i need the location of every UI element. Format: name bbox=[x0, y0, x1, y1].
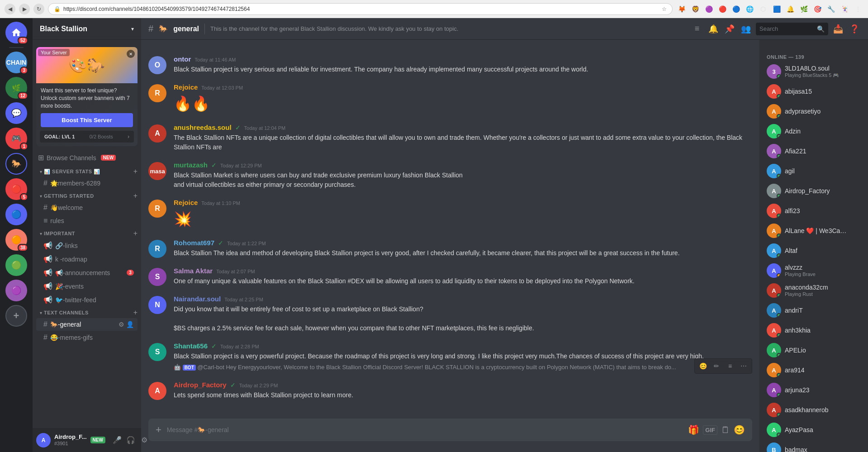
category-add-gs[interactable]: + bbox=[133, 192, 138, 200]
member-item[interactable]: A abijasa15 bbox=[763, 81, 864, 101]
ext-10[interactable]: 🌿 bbox=[798, 4, 809, 14]
server-icon-9[interactable]: 🟢 bbox=[5, 254, 27, 276]
more-button[interactable]: ⋯ bbox=[737, 360, 750, 372]
message-author[interactable]: anushreedas.soul bbox=[174, 124, 232, 131]
member-item[interactable]: A Altaf bbox=[763, 241, 864, 261]
member-item[interactable]: A Airdrop_Factory bbox=[763, 181, 864, 201]
category-add-button[interactable]: + bbox=[133, 167, 138, 176]
back-button[interactable]: ◀ bbox=[5, 4, 15, 14]
ext-13[interactable]: 🃏 bbox=[839, 4, 850, 14]
thread-button[interactable]: ≡ bbox=[724, 360, 736, 372]
message-author[interactable]: ontor bbox=[174, 55, 191, 63]
channel-members[interactable]: # 🌟members-6289 bbox=[36, 177, 138, 190]
sticker-button[interactable]: 🗒 bbox=[721, 425, 730, 435]
help-button[interactable]: ❓ bbox=[848, 23, 861, 35]
channel-memes[interactable]: # 😂-memes-gifs bbox=[36, 331, 138, 344]
mute-button[interactable]: 🎤 bbox=[111, 434, 123, 447]
ext-9[interactable]: 🔔 bbox=[785, 4, 796, 14]
gift-button[interactable]: 🎁 bbox=[688, 424, 699, 435]
channel-search[interactable]: Search 🔍 bbox=[756, 23, 828, 35]
forward-button[interactable]: ▶ bbox=[19, 4, 30, 14]
message-author[interactable]: Rejoice bbox=[174, 83, 198, 91]
member-item[interactable]: A Afia221 bbox=[763, 141, 864, 161]
ext-1[interactable]: 🦊 bbox=[676, 4, 687, 14]
boost-button[interactable]: Boost This Server bbox=[41, 113, 133, 127]
edit-button[interactable]: ✏ bbox=[710, 360, 723, 372]
boost-close-button[interactable]: ✕ bbox=[127, 50, 135, 58]
channel-welcome[interactable]: # 👋welcome bbox=[36, 201, 138, 214]
channel-add-member-icon[interactable]: 👤 bbox=[126, 321, 134, 328]
server-icon-2[interactable]: 🌿 12 bbox=[5, 77, 27, 99]
member-item[interactable]: A anh3khia bbox=[763, 320, 864, 340]
member-item[interactable]: A arjuna23 bbox=[763, 380, 864, 400]
channel-general[interactable]: # 🐎-general ⚙ 👤 bbox=[36, 318, 138, 331]
server-icon-3[interactable]: 💬 bbox=[5, 102, 27, 124]
member-item[interactable]: A APELio bbox=[763, 340, 864, 360]
pin-button[interactable]: 📌 bbox=[723, 23, 736, 35]
member-item[interactable]: A andriT bbox=[763, 300, 864, 320]
category-server-stats[interactable]: ▾ 📊 SERVER STATS 📊 + bbox=[33, 166, 141, 176]
member-item[interactable]: A alvzzz Playing Brave bbox=[763, 261, 864, 281]
members-list-button[interactable]: 👥 bbox=[740, 23, 752, 35]
inbox-button[interactable]: 📥 bbox=[832, 23, 844, 35]
channel-rules[interactable]: ≡ rules bbox=[36, 214, 138, 227]
member-item[interactable]: A alfi23 bbox=[763, 201, 864, 221]
channel-links[interactable]: 📢 🔗-links bbox=[36, 239, 138, 252]
message-author[interactable]: Shanta656 bbox=[174, 342, 208, 350]
member-item[interactable]: A agil bbox=[763, 161, 864, 181]
member-item[interactable]: A ara914 bbox=[763, 360, 864, 380]
server-icon-5[interactable]: 🐎 bbox=[5, 153, 27, 175]
member-item[interactable]: A anaconda32cm Playing Rust bbox=[763, 281, 864, 300]
channel-settings-icon[interactable]: ⚙ bbox=[119, 321, 124, 328]
react-button[interactable]: 😊 bbox=[697, 360, 709, 372]
message-author[interactable]: murtazash bbox=[174, 161, 208, 169]
category-text-channels[interactable]: ▾ TEXT CHANNELS + bbox=[33, 307, 141, 318]
member-item[interactable]: A AyazPasa bbox=[763, 420, 864, 440]
server-icon-11[interactable]: + bbox=[5, 305, 27, 327]
member-item[interactable]: A asadkhannerob bbox=[763, 400, 864, 420]
server-icon-10[interactable]: 🟣 bbox=[5, 280, 27, 301]
message-input[interactable] bbox=[167, 421, 683, 438]
attach-button[interactable]: + bbox=[156, 419, 161, 441]
member-item[interactable]: A adyprasetiyo bbox=[763, 101, 864, 121]
channel-events[interactable]: 📢 🎉-events bbox=[36, 280, 138, 293]
threads-button[interactable]: ≡ bbox=[691, 23, 703, 35]
ext-2[interactable]: 🦁 bbox=[690, 4, 701, 14]
category-important[interactable]: ▾ IMPORTANT + bbox=[33, 228, 141, 238]
server-header[interactable]: Black Stallion ▾ bbox=[33, 18, 141, 40]
ext-11[interactable]: 🎯 bbox=[812, 4, 823, 14]
server-icon-8[interactable]: 🟠 38 bbox=[5, 229, 27, 251]
member-item[interactable]: 3 3LD1A8LO.soul Playing BlueStacks 5 🎮 bbox=[763, 62, 864, 81]
url-bar[interactable]: 🔒 https://discord.com/channels/104861020… bbox=[48, 3, 673, 15]
refresh-button[interactable]: ↻ bbox=[33, 4, 44, 14]
channel-announcements[interactable]: 📢 📢-announcements 3 bbox=[36, 266, 138, 279]
server-icon-1[interactable]: CHAIN 3 bbox=[5, 52, 27, 73]
server-icon-7[interactable]: 🔵 bbox=[5, 204, 27, 225]
message-author[interactable]: Salma Aktar bbox=[174, 267, 213, 275]
server-icon-6[interactable]: 🔴 5 bbox=[5, 178, 27, 200]
channel-roadmap[interactable]: 📢 k -roadmap bbox=[36, 252, 138, 266]
ext-8[interactable]: 🟦 bbox=[771, 4, 782, 14]
category-getting-started[interactable]: ▾ GETTING STARTED + bbox=[33, 190, 141, 201]
ext-6[interactable]: 🌐 bbox=[744, 4, 755, 14]
emoji-button[interactable]: 😊 bbox=[734, 424, 745, 435]
ext-7[interactable]: ⬡ bbox=[758, 4, 768, 14]
message-author[interactable]: Rohomat697 bbox=[174, 239, 214, 247]
member-item[interactable]: A AlLane ❤️ | We3Camp... bbox=[763, 221, 864, 241]
ext-3[interactable]: 🟣 bbox=[703, 4, 714, 14]
category-add-imp[interactable]: + bbox=[133, 229, 138, 238]
server-icon-4[interactable]: 🎮 1 bbox=[5, 128, 27, 149]
message-author[interactable]: Rejoice bbox=[174, 199, 198, 206]
member-item[interactable]: A Adzin bbox=[763, 121, 864, 141]
category-add-tc[interactable]: + bbox=[133, 309, 138, 317]
member-item[interactable]: B badmax bbox=[763, 440, 864, 452]
ext-4[interactable]: 🔴 bbox=[717, 4, 728, 14]
menu-button[interactable]: ⋮ bbox=[853, 4, 863, 14]
deafen-button[interactable]: 🎧 bbox=[124, 434, 137, 447]
message-author[interactable]: Nairandar.soul bbox=[174, 295, 221, 303]
ext-12[interactable]: 🔧 bbox=[825, 4, 836, 14]
channel-twitter[interactable]: 📢 🐦-twitter-feed bbox=[36, 293, 138, 306]
message-author[interactable]: Airdrop_Factory bbox=[174, 381, 227, 389]
ext-5[interactable]: 🔵 bbox=[730, 4, 741, 14]
gif-button[interactable]: GIF bbox=[703, 425, 717, 435]
